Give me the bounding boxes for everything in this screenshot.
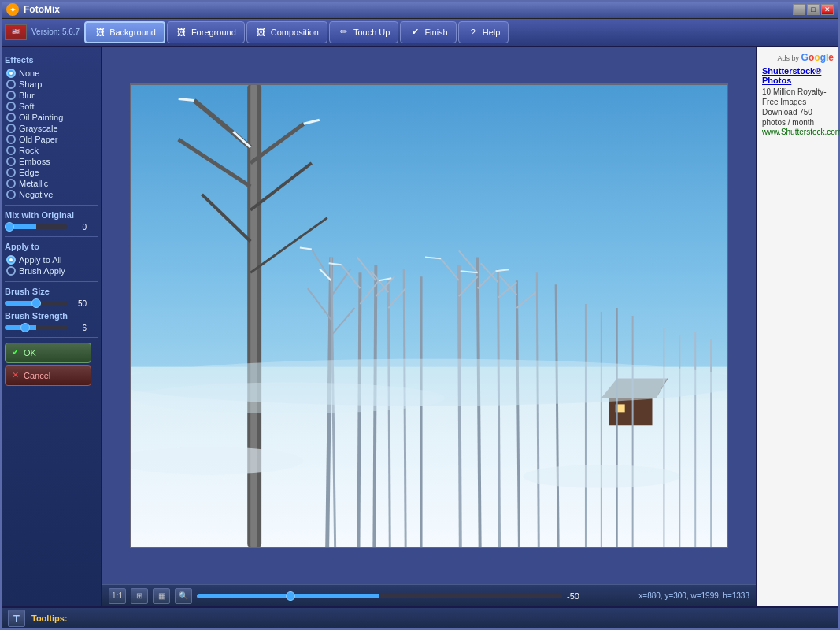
- photo-frame: [130, 83, 728, 548]
- brush-size-row: 50: [5, 299, 98, 308]
- svg-point-67: [523, 465, 679, 488]
- effects-title: Effects: [5, 55, 98, 65]
- mix-label: Mix with Original: [5, 210, 98, 220]
- window-controls: _ □ ✕: [793, 4, 834, 15]
- svg-point-65: [131, 382, 445, 413]
- titlebar-left: ✦ FotoMix: [6, 3, 60, 16]
- radio-edge: [6, 168, 16, 177]
- left-panel: Effects None Sharp Blur Soft Oil Paintin…: [2, 47, 102, 606]
- finish-tab[interactable]: ✔ Finish: [400, 21, 456, 43]
- radio-sharp: [6, 80, 16, 89]
- help-tab[interactable]: ? Help: [458, 21, 509, 43]
- radio-old-paper: [6, 135, 16, 144]
- effect-blur[interactable]: Blur: [5, 90, 98, 101]
- svg-line-24: [388, 280, 390, 547]
- right-ad-panel: Ads by Google Shutterstock® Photos 10 Mi…: [756, 47, 838, 606]
- ads-by-label: Ads by Google: [762, 52, 834, 63]
- effect-emboss[interactable]: Emboss: [5, 156, 98, 167]
- zoom-slider[interactable]: [197, 594, 562, 598]
- divider-2: [5, 236, 98, 237]
- grid-button[interactable]: ▦: [153, 588, 170, 604]
- canvas-area[interactable]: [102, 47, 756, 584]
- tooltips-t-button[interactable]: T: [8, 610, 25, 627]
- cancel-button[interactable]: ✕ Cancel: [5, 365, 91, 386]
- effect-old-paper[interactable]: Old Paper: [5, 134, 98, 145]
- radio-oil-painting: [6, 113, 16, 122]
- zoom-slider-container: -50: [197, 591, 590, 601]
- mix-slider[interactable]: [5, 224, 68, 229]
- radio-grayscale: [6, 124, 16, 133]
- mix-slider-row: 0: [5, 223, 98, 232]
- effect-rock[interactable]: Rock: [5, 145, 98, 156]
- radio-apply-all: [6, 255, 16, 265]
- zoom-fit-button[interactable]: ⊞: [131, 588, 148, 604]
- ok-check-icon: ✔: [12, 347, 19, 358]
- app-title: FotoMix: [24, 4, 60, 15]
- divider-4: [5, 337, 98, 338]
- mix-value: 0: [71, 223, 87, 232]
- effect-none[interactable]: None: [5, 68, 98, 79]
- effect-sharp[interactable]: Sharp: [5, 79, 98, 90]
- brush-size-slider[interactable]: [5, 301, 68, 306]
- google-logo: Google: [801, 54, 834, 62]
- touchup-icon: ✏: [338, 26, 350, 39]
- composition-icon: 🖼: [255, 26, 268, 39]
- foreground-tab[interactable]: 🖼 Foreground: [167, 21, 245, 43]
- minimize-button[interactable]: _: [793, 4, 805, 15]
- radio-soft: [6, 102, 16, 111]
- zoom-search-icon[interactable]: 🔍: [175, 588, 192, 604]
- radio-negative: [6, 190, 16, 199]
- zoom-value: -50: [567, 591, 590, 601]
- ok-button[interactable]: ✔ OK: [5, 343, 91, 363]
- radio-metallic: [6, 179, 16, 188]
- ad-body: 10 Million Royalty-Free Images Download …: [762, 87, 834, 128]
- radio-none: [6, 69, 16, 78]
- winter-scene-svg: [131, 85, 727, 547]
- apply-all[interactable]: Apply to All: [5, 254, 98, 265]
- cancel-x-icon: ✕: [12, 370, 19, 380]
- apply-to-label: Apply to: [5, 242, 98, 251]
- effect-edge[interactable]: Edge: [5, 167, 98, 178]
- composition-tab[interactable]: 🖼 Composition: [246, 21, 327, 43]
- radio-blur: [6, 91, 16, 100]
- help-icon: ?: [467, 26, 479, 39]
- radio-emboss: [6, 157, 16, 166]
- statusbar: 1:1 ⊞ ▦ 🔍 -50 x=880, y=300, w=1999, h=13…: [102, 584, 756, 606]
- brush-apply[interactable]: Brush Apply: [5, 265, 98, 276]
- titlebar: ✦ FotoMix _ □ ✕: [2, 2, 838, 19]
- background-icon: 🖼: [94, 26, 106, 39]
- finish-icon: ✔: [409, 26, 421, 39]
- brush-strength-label: Brush Strength: [5, 311, 98, 321]
- ad-link[interactable]: Shutterstock® Photos: [762, 66, 834, 85]
- brush-strength-slider[interactable]: [5, 325, 68, 330]
- effect-metallic[interactable]: Metallic: [5, 178, 98, 189]
- divider-1: [5, 205, 98, 206]
- radio-brush-apply: [6, 266, 16, 276]
- maximize-button[interactable]: □: [807, 4, 820, 15]
- brush-size-label: Brush Size: [5, 287, 98, 296]
- background-tab[interactable]: 🖼 Background: [84, 21, 165, 43]
- app-icon: ✦: [6, 3, 19, 16]
- ad-url[interactable]: www.Shutterstock.com: [762, 128, 834, 136]
- touchup-tab[interactable]: ✏ Touch Up: [329, 21, 398, 43]
- close-button[interactable]: ✕: [821, 4, 834, 15]
- zoom-1to1-button[interactable]: 1:1: [109, 588, 126, 604]
- flag-icon[interactable]: 🇺🇸: [5, 24, 27, 40]
- radio-rock: [6, 146, 16, 155]
- svg-line-37: [498, 269, 500, 547]
- svg-rect-4: [250, 85, 257, 547]
- brush-size-value: 50: [71, 299, 87, 308]
- brush-strength-value: 6: [71, 324, 87, 332]
- tooltips-label: Tooltips:: [31, 613, 68, 623]
- effect-soft[interactable]: Soft: [5, 101, 98, 112]
- center-area: 1:1 ⊞ ▦ 🔍 -50 x=880, y=300, w=1999, h=13…: [102, 47, 756, 606]
- effect-negative[interactable]: Negative: [5, 189, 98, 200]
- effect-grayscale[interactable]: Grayscale: [5, 123, 98, 134]
- divider-3: [5, 281, 98, 282]
- svg-line-11: [179, 98, 194, 100]
- main-area: Effects None Sharp Blur Soft Oil Paintin…: [2, 47, 838, 606]
- effect-oil-painting[interactable]: Oil Painting: [5, 112, 98, 123]
- foreground-icon: 🖼: [176, 26, 188, 39]
- bottom-bar: T Tooltips:: [2, 606, 838, 628]
- svg-line-39: [537, 272, 538, 547]
